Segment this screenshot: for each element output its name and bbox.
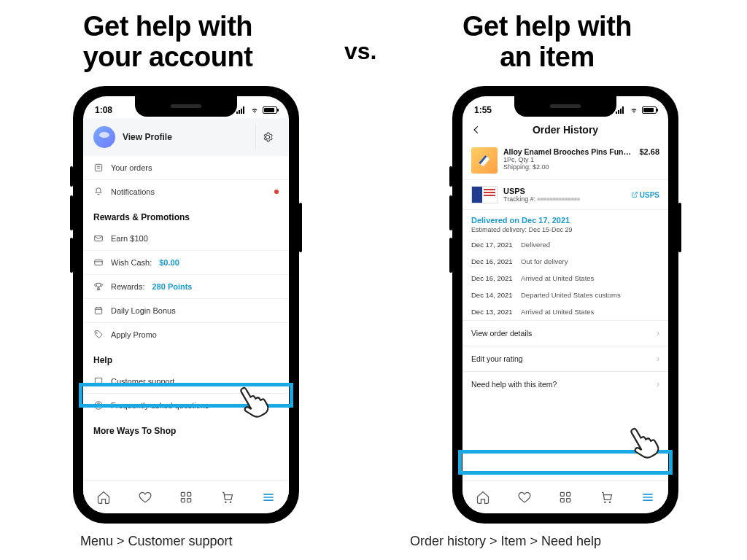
left-heading-line2: your account: [44, 42, 292, 73]
timeline-status: Arrived at United States: [521, 308, 594, 316]
card-icon: [93, 257, 104, 268]
tracking-label: Tracking #:: [503, 195, 535, 203]
item-qty: 1Pc, Qty 1: [503, 156, 633, 163]
svg-rect-14: [187, 492, 191, 496]
view-profile-label: View Profile: [123, 132, 172, 142]
chevron-right-icon: ›: [657, 379, 659, 389]
grid-icon[interactable]: [558, 490, 573, 505]
home-icon[interactable]: [96, 490, 111, 505]
home-icon[interactable]: [476, 490, 490, 505]
item-shipping: Shipping: $2.00: [503, 163, 633, 171]
view-order-details-row[interactable]: View order details ›: [462, 320, 668, 346]
svg-rect-3: [95, 236, 103, 241]
chat-icon: [93, 376, 104, 386]
order-item[interactable]: Alloy Enamel Brooches Pins Fun… 1Pc, Qty…: [462, 141, 668, 180]
left-heading: Get help with your account: [44, 12, 292, 73]
menu-icon[interactable]: [640, 490, 655, 505]
trophy-icon: [93, 281, 104, 292]
phone-left: 1:08 View Profile Yo: [73, 86, 299, 524]
status-icons: [616, 106, 657, 114]
calendar-icon: [93, 306, 104, 316]
delivery-block: Delivered on Dec 17, 2021 Estimated deli…: [462, 210, 668, 236]
tag-icon: [93, 330, 104, 340]
notifications-row[interactable]: Notifications: [83, 180, 289, 203]
svg-point-17: [225, 501, 227, 503]
need-help-label: Need help with this item?: [471, 380, 557, 389]
svg-rect-24: [560, 498, 564, 502]
timeline-row: Dec 16, 2021 Out for delivery: [462, 253, 668, 270]
apply-promo-row[interactable]: Apply Promo: [83, 323, 289, 346]
view-profile-button[interactable]: View Profile: [93, 126, 172, 148]
bottom-nav: [83, 480, 289, 513]
right-breadcrumb: Order history > Item > Need help: [410, 534, 601, 549]
timeline-row: Dec 14, 2021 Departed United States cust…: [462, 287, 668, 303]
gear-icon: [262, 131, 274, 143]
item-thumbnail: [471, 147, 498, 174]
heart-icon[interactable]: [517, 490, 532, 505]
timeline-status: Departed United States customs: [521, 291, 621, 299]
your-orders-row[interactable]: Your orders: [83, 156, 289, 180]
svg-point-18: [230, 501, 232, 503]
delivered-label: Delivered on Dec 17, 2021: [471, 216, 659, 225]
apply-promo-label: Apply Promo: [111, 330, 157, 339]
item-name: Alloy Enamel Brooches Pins Fun…: [503, 147, 633, 156]
list-icon: [93, 163, 104, 173]
daily-login-row[interactable]: Daily Login Bonus: [83, 299, 289, 323]
mail-icon: [93, 233, 104, 244]
timeline-date: Dec 14, 2021: [471, 291, 514, 299]
chevron-right-icon: ›: [657, 328, 659, 338]
svg-point-12: [98, 407, 98, 408]
bottom-nav: [462, 480, 668, 513]
grid-icon[interactable]: [179, 490, 193, 505]
right-heading-line1: Get help with: [423, 12, 671, 42]
item-price: $2.68: [639, 147, 659, 174]
bell-icon: [93, 187, 104, 197]
wish-cash-label: Wish Cash:: [111, 258, 152, 267]
rewards-section-title: Rewards & Promotions: [83, 203, 289, 227]
rewards-row[interactable]: Rewards: 280 Points: [83, 275, 289, 299]
profile-bar: View Profile: [83, 118, 289, 156]
timeline-status: Delivered: [521, 241, 550, 249]
timeline-row: Dec 13, 2021 Arrived at United States: [462, 303, 668, 320]
rewards-value: 280 Points: [152, 282, 192, 291]
heart-icon[interactable]: [138, 490, 152, 505]
notifications-label: Notifications: [111, 187, 155, 196]
svg-rect-15: [181, 498, 185, 502]
cart-icon[interactable]: [599, 490, 614, 505]
status-time: 1:55: [474, 105, 492, 115]
timeline-row: Dec 17, 2021 Delivered: [462, 236, 668, 253]
settings-button[interactable]: [255, 125, 279, 149]
daily-login-label: Daily Login Bonus: [111, 306, 176, 315]
phone-left-screen: 1:08 View Profile Yo: [83, 96, 289, 513]
back-icon[interactable]: [471, 125, 481, 135]
left-breadcrumb: Menu > Customer support: [80, 534, 233, 549]
timeline-status: Out for delivery: [521, 257, 568, 265]
edit-rating-label: Edit your rating: [471, 354, 523, 363]
timeline-date: Dec 16, 2021: [471, 274, 514, 282]
wifi-icon: [629, 106, 639, 114]
earn-row[interactable]: Earn $100: [83, 227, 289, 251]
right-heading-line2: an item: [423, 42, 671, 73]
notification-badge: [274, 190, 279, 194]
carrier-row[interactable]: USPS Tracking #: ▪▪▪▪▪▪▪▪▪▪▪▪▪▪ USPS: [462, 180, 668, 210]
view-order-details-label: View order details: [471, 329, 532, 338]
usps-logo-icon: [471, 186, 498, 203]
menu-icon[interactable]: [261, 490, 276, 505]
svg-rect-22: [560, 492, 564, 496]
your-orders-label: Your orders: [111, 163, 152, 172]
timeline-date: Dec 13, 2021: [471, 308, 514, 316]
svg-rect-4: [95, 260, 103, 265]
need-help-row[interactable]: Need help with this item? ›: [462, 371, 668, 397]
timeline-date: Dec 16, 2021: [471, 257, 514, 265]
svg-rect-6: [95, 308, 101, 314]
pointer-hand-icon: [624, 420, 665, 461]
rewards-label: Rewards:: [111, 282, 144, 291]
edit-rating-row[interactable]: Edit your rating ›: [462, 346, 668, 371]
right-heading: Get help with an item: [423, 12, 671, 73]
signal-icon: [616, 106, 626, 114]
external-link-icon: [631, 191, 638, 198]
carrier-link[interactable]: USPS: [631, 191, 659, 199]
cart-icon[interactable]: [220, 490, 234, 505]
left-heading-line1: Get help with: [44, 12, 292, 42]
wish-cash-row[interactable]: Wish Cash: $0.00: [83, 251, 289, 275]
